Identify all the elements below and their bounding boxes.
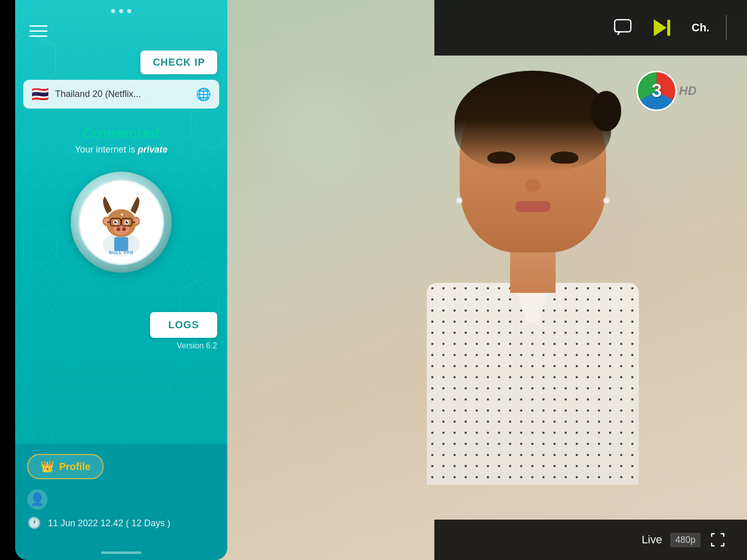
svg-rect-6 (114, 237, 128, 251)
vpn-logo-outer: ✦ BULL VPN (71, 172, 172, 273)
svg-point-11 (134, 219, 138, 224)
privacy-text: Your internet is private (15, 144, 227, 155)
profile-button[interactable]: 👑 Profile (27, 454, 104, 479)
user-avatar: 👤 (27, 489, 47, 510)
bottom-bar: Live 480p (434, 520, 747, 560)
hamburger-menu[interactable] (29, 25, 47, 37)
fullscreen-button[interactable] (709, 531, 727, 549)
three-dots (15, 0, 227, 17)
svg-point-25 (127, 221, 128, 222)
top-bar: Ch. (434, 0, 747, 56)
svg-point-14 (122, 227, 126, 231)
profile-user-row: 👤 (27, 489, 215, 510)
server-flag: 🇹🇭 (31, 86, 49, 103)
hamburger-line-3 (29, 35, 47, 37)
dot-2 (119, 9, 123, 13)
play-next-icon[interactable] (649, 15, 675, 41)
server-selector[interactable]: 🇹🇭 Thailand 20 (Netflix... 🌐 (23, 80, 219, 109)
vpn-logo-container[interactable]: ✦ BULL VPN (71, 172, 172, 273)
server-name: Thailand 20 (Netflix... (55, 89, 190, 99)
channel-number: 3 (652, 80, 662, 101)
hamburger-line-2 (29, 30, 47, 32)
profile-label: Profile (59, 461, 90, 473)
live-label: Live (642, 533, 662, 546)
channel-hd-badge: HD (679, 84, 696, 98)
svg-text:✦: ✦ (120, 212, 124, 218)
profile-section: 👑 Profile 👤 🕐 11 Jun 2022 12.42 ( 12 Day… (15, 444, 227, 560)
channel-selector[interactable]: Ch. (687, 15, 714, 41)
svg-text:BULL VPN: BULL VPN (109, 250, 134, 255)
svg-point-24 (116, 221, 117, 222)
svg-marker-2 (24, 229, 58, 266)
channel-label: Ch. (691, 21, 709, 34)
user-icon: 👤 (30, 492, 45, 506)
globe-icon: 🌐 (196, 87, 211, 101)
expiry-row: 🕐 11 Jun 2022 12.42 ( 12 Days ) (27, 517, 215, 530)
check-ip-button[interactable]: CHECK IP (140, 50, 217, 74)
status-area: Connected Your internet is private (15, 125, 227, 155)
svg-rect-30 (667, 20, 670, 36)
svg-point-9 (104, 219, 109, 224)
version-text: Version 6.2 (177, 341, 217, 350)
svg-marker-29 (654, 20, 666, 36)
svg-point-13 (117, 227, 120, 231)
video-area: Ch. (217, 0, 747, 560)
dot-1 (111, 9, 115, 13)
private-word: private (138, 144, 168, 155)
hamburger-line-1 (29, 25, 47, 27)
ch3-circle: 3 (636, 71, 677, 111)
bull-mascot: ✦ BULL VPN (91, 189, 152, 255)
crown-icon: 👑 (40, 460, 54, 473)
clock-icon: 🕐 (27, 517, 41, 530)
resolution-badge[interactable]: 480p (670, 533, 701, 547)
chat-icon[interactable] (611, 15, 637, 41)
connected-label: Connected (15, 125, 227, 141)
channel-logo: 3 HD (636, 71, 696, 111)
dot-3 (127, 9, 131, 13)
svg-rect-28 (615, 20, 631, 32)
top-bar-divider (726, 15, 727, 40)
vpn-panel: CHECK IP 🇹🇭 Thailand 20 (Netflix... 🌐 Co… (15, 0, 227, 560)
expiry-text: 11 Jun 2022 12.42 ( 12 Days ) (48, 518, 170, 529)
logs-button[interactable]: LOGS (150, 312, 217, 338)
vpn-logo-inner: ✦ BULL VPN (78, 179, 164, 265)
scroll-indicator (101, 551, 141, 554)
